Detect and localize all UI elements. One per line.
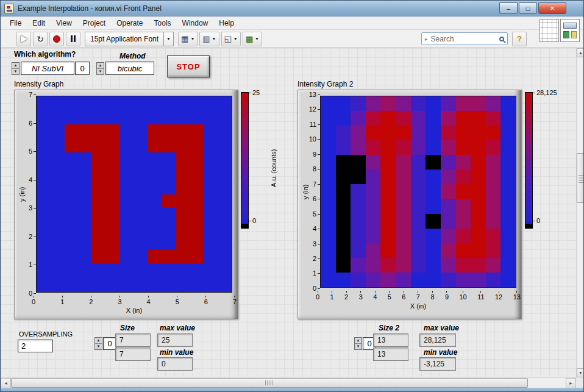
heatmap-cell <box>456 229 471 243</box>
scroll-right-icon: ► <box>569 381 573 385</box>
spinner-down-icon: ▼ <box>355 344 361 349</box>
algorithm-ring[interactable]: NI SubVI <box>21 62 74 75</box>
heatmap-cell <box>336 126 351 140</box>
vertical-scrollbar[interactable]: ▲ ▼ <box>576 48 584 377</box>
menu-operate[interactable]: Operate <box>111 17 148 29</box>
shape-digit3-right-stem <box>176 152 204 264</box>
algorithm-index-box[interactable]: 0 <box>75 62 90 75</box>
y-tick-label: 4 <box>313 226 320 232</box>
size-index-spinner[interactable]: ▲ ▼ <box>94 337 102 350</box>
colorbar-ramp[interactable] <box>241 92 249 229</box>
menu-view[interactable]: View <box>51 17 77 29</box>
pause-button[interactable] <box>66 32 80 46</box>
algorithm-spinner[interactable]: ▲ ▼ <box>12 62 20 75</box>
menu-edit[interactable]: Edit <box>27 17 51 29</box>
heatmap-cell <box>486 199 501 214</box>
stop-button[interactable]: STOP <box>167 55 210 77</box>
vertical-scrollbar-thumb[interactable] <box>577 153 584 203</box>
help-button[interactable]: ? <box>512 32 527 46</box>
heatmap-cell <box>336 273 351 287</box>
heatmap-cell <box>411 214 426 229</box>
menu-help[interactable]: Help <box>213 17 240 29</box>
heatmap-cell <box>500 155 516 169</box>
heatmap-cell <box>471 273 486 287</box>
menu-project[interactable]: Project <box>77 17 111 29</box>
heatmap-cell <box>366 96 381 111</box>
heatmap-cell <box>500 199 516 214</box>
heatmap-cell <box>366 229 381 243</box>
align-objects-button[interactable]: ▦ ▼ <box>178 32 198 46</box>
run-continuous-button[interactable]: ↻ <box>33 32 48 46</box>
heatmap-cell <box>456 155 471 169</box>
y-tick-label: 1 <box>29 262 36 268</box>
y-tick-label: 6 <box>29 120 36 127</box>
close-button[interactable]: × <box>538 2 566 14</box>
heatmap-cell <box>321 169 336 184</box>
vi-icon[interactable] <box>560 19 580 42</box>
scroll-right-button[interactable]: ► <box>566 378 576 388</box>
colorbar-ramp[interactable] <box>525 92 533 229</box>
menu-bar: File Edit View Project Operate Tools Win… <box>1 16 583 30</box>
heatmap-cell <box>396 96 411 111</box>
method-spinner[interactable]: ▲ ▼ <box>96 62 104 75</box>
heatmap-cell <box>471 140 486 155</box>
oversampling-input[interactable]: 2 <box>18 340 53 352</box>
y-tick-label: 7 <box>29 91 36 98</box>
plot-area[interactable] <box>36 96 232 293</box>
shape-digit3-top-bar <box>148 124 204 152</box>
heatmap-cell <box>471 229 486 243</box>
scrollbar-grip-icon <box>579 174 583 183</box>
heatmap-cell <box>411 111 426 126</box>
method-ring[interactable]: bicubic <box>105 62 154 75</box>
distribute-objects-button[interactable]: ▥ ▼ <box>199 32 219 46</box>
heatmap-cell <box>471 169 486 184</box>
search-input[interactable]: Search <box>431 35 496 43</box>
heatmap-cell <box>396 199 411 214</box>
connector-pane-icon[interactable] <box>539 19 559 42</box>
horizontal-scrollbar-thumb[interactable] <box>11 378 528 388</box>
menu-window[interactable]: Window <box>177 17 214 29</box>
chevron-down-icon: ▼ <box>212 37 216 41</box>
search-box[interactable]: ▸ Search <box>421 32 508 45</box>
help-icon: ? <box>517 34 522 43</box>
horizontal-scrollbar[interactable]: ◄ ► <box>1 377 576 388</box>
menu-tools[interactable]: Tools <box>149 17 177 29</box>
minimize-button[interactable]: – <box>499 2 518 14</box>
size-index-box[interactable]: 0 <box>103 337 116 350</box>
abort-icon <box>53 35 60 43</box>
y-tick-label: 7 <box>313 181 320 188</box>
colorbar-max-label: 28,125 <box>533 89 557 96</box>
heatmap-cell <box>411 229 426 243</box>
maximize-button[interactable]: □ <box>519 2 537 14</box>
heatmap-cell <box>411 126 426 140</box>
size2-index-spinner[interactable]: ▲ ▼ <box>354 337 362 350</box>
scroll-down-button[interactable]: ▼ <box>577 368 584 377</box>
heatmap-cell <box>411 273 426 287</box>
plot-area[interactable] <box>320 96 516 288</box>
y-tick-label: 5 <box>29 148 36 155</box>
abort-button[interactable] <box>49 32 64 46</box>
resize-objects-button[interactable]: ◱ ▼ <box>221 32 241 46</box>
run-button[interactable] <box>16 32 31 46</box>
x-tick-label: 3 <box>359 291 363 301</box>
reorder-objects-button[interactable]: ▩ ▼ <box>243 32 262 46</box>
heatmap-cell <box>471 96 486 111</box>
scroll-left-button[interactable]: ◄ <box>1 378 11 388</box>
horizontal-scrollbar-track[interactable] <box>11 378 566 388</box>
scroll-up-button[interactable]: ▲ <box>577 48 584 57</box>
heatmap-cell <box>336 111 351 126</box>
heatmap-cell <box>441 126 456 140</box>
graph-panel: y (in) 131211109876543210 01234567891011… <box>297 90 522 319</box>
chevron-down-icon: ▼ <box>190 37 194 41</box>
heatmap-cell <box>321 155 336 169</box>
heatmap-cell <box>486 258 501 273</box>
heatmap-cell <box>380 199 396 214</box>
y-tick-label: 11 <box>310 121 320 128</box>
heatmap-cell <box>486 243 501 258</box>
menu-file[interactable]: File <box>4 17 27 29</box>
size2-element-1: 13 <box>373 347 408 361</box>
max-value-2-label: max value <box>424 324 459 332</box>
font-selector[interactable]: 15pt Application Font ▼ <box>85 32 174 46</box>
run-icon <box>21 35 27 43</box>
x-tick-label: 10 <box>459 291 466 301</box>
